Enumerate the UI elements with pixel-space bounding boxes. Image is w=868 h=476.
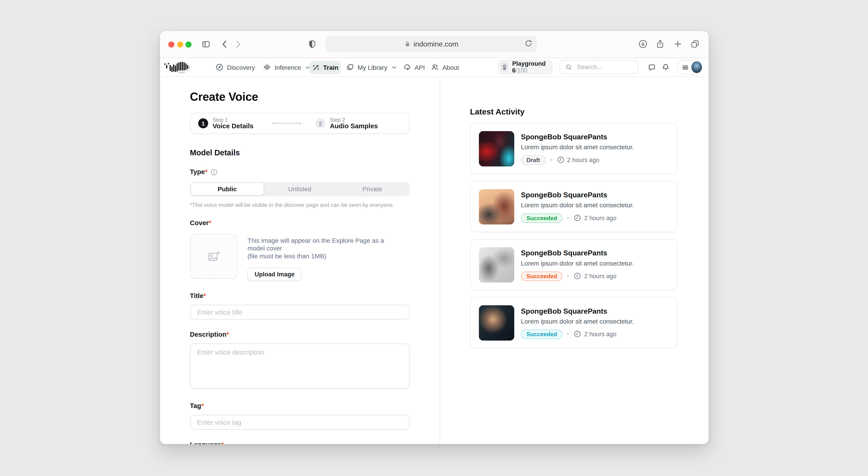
tag-input[interactable]	[190, 415, 410, 430]
hamburger-menu-icon	[682, 64, 688, 70]
card-title: SpongeBob SquarePants	[521, 307, 669, 315]
sidebar-toggle-icon[interactable]	[201, 39, 211, 49]
type-option-public[interactable]: Public	[191, 183, 264, 195]
nav-label: API	[414, 64, 425, 70]
card-description: Lorem ipsum dolor sit amet consectetur.	[521, 318, 669, 324]
zoom-window-button[interactable]	[185, 41, 191, 47]
nav-label: Discovery	[227, 64, 255, 70]
nav-label: Train	[323, 64, 338, 70]
voice-cover-thumbnail	[479, 131, 514, 166]
card-title: SpongeBob SquarePants	[521, 191, 669, 199]
new-tab-icon[interactable]	[673, 39, 683, 49]
title-label: Title*	[190, 292, 410, 300]
step-connector	[272, 123, 301, 124]
step-voice-details[interactable]: 1 Step 1 Voice Details	[198, 117, 253, 130]
waveform-icon	[263, 63, 271, 71]
activity-card[interactable]: SpongeBob SquarePants Lorem ipsum dolor …	[470, 181, 677, 232]
description-label: Description*	[190, 331, 410, 338]
type-segmented-control: Public Unlisted Private	[190, 182, 410, 197]
activity-heading: Latest Activity	[470, 107, 677, 116]
voice-cover-thumbnail	[479, 189, 514, 224]
info-icon[interactable]	[210, 168, 217, 176]
desktop-background: indomine.com	[0, 0, 868, 476]
image-plus-icon	[207, 250, 220, 262]
privacy-shield-icon[interactable]	[307, 39, 317, 49]
voice-cover-thumbnail	[479, 247, 514, 282]
search-box[interactable]	[560, 60, 638, 74]
card-description: Lorem ipsum dolor sit amet consectetur.	[521, 202, 669, 208]
compass-icon	[215, 63, 224, 71]
playground-usage: Playground 6/100	[512, 60, 552, 74]
language-label: Language*	[190, 441, 410, 444]
tag-label: Tag*	[190, 402, 410, 410]
description-textarea[interactable]	[190, 343, 410, 389]
library-folder-icon	[346, 63, 354, 71]
people-icon	[431, 63, 439, 71]
step-kicker: Step 1	[213, 117, 253, 123]
nav-item-train[interactable]: Train	[309, 61, 341, 74]
card-description: Lorem ipsum dolor sit amet consectetur.	[521, 144, 669, 150]
title-input[interactable]	[190, 305, 410, 319]
clock-icon	[557, 156, 564, 164]
page-title: Create Voice	[190, 90, 410, 103]
voice-cover-thumbnail	[479, 305, 514, 341]
chevron-down-icon	[391, 64, 397, 70]
nav-item-about[interactable]: About	[431, 58, 459, 76]
activity-card[interactable]: SpongeBob SquarePants Lorem ipsum dolor …	[470, 239, 677, 291]
share-icon[interactable]	[655, 39, 665, 49]
section-title: Model Details	[190, 148, 410, 157]
activity-card[interactable]: SpongeBob SquarePants Lorem ipsum dolor …	[470, 123, 677, 174]
step-label: Voice Details	[213, 123, 253, 130]
status-badge: Succeeded	[521, 213, 563, 223]
card-description: Lorem ipsum dolor sit amet consectetur.	[521, 260, 669, 266]
downloads-icon[interactable]	[638, 39, 648, 49]
activity-card[interactable]: SpongeBob SquarePants Lorem ipsum dolor …	[470, 297, 677, 348]
browser-toolbar: indomine.com	[160, 31, 709, 58]
account-menu[interactable]	[677, 60, 703, 74]
cover-description: This image will appear on the Explore Pa…	[248, 237, 403, 260]
nav-label: Inference	[275, 64, 301, 70]
app-logo[interactable]	[164, 58, 191, 76]
back-icon[interactable]	[220, 40, 229, 48]
search-input[interactable]	[576, 63, 633, 71]
step-label: Audio Samples	[330, 123, 378, 130]
feedback-chat-icon[interactable]	[648, 58, 656, 76]
refresh-icon[interactable]	[524, 39, 532, 48]
cover-label: Cover*	[190, 219, 410, 227]
address-bar[interactable]: indomine.com	[326, 36, 537, 52]
card-title: SpongeBob SquarePants	[521, 249, 669, 257]
tab-overview-icon[interactable]	[690, 39, 700, 49]
step-audio-samples[interactable]: 2 Step 2 Audio Samples	[315, 117, 378, 130]
type-label: Type*	[190, 168, 410, 176]
minimize-window-button[interactable]	[177, 41, 183, 47]
nav-item-my-library[interactable]: My Library	[346, 58, 397, 76]
cover-dropzone[interactable]	[190, 234, 238, 279]
upload-image-button[interactable]: Upload Image	[248, 268, 302, 281]
nav-item-inference[interactable]: Inference	[263, 58, 310, 76]
type-option-unlisted[interactable]: Unlisted	[264, 183, 336, 195]
nav-item-api[interactable]: API	[403, 58, 425, 76]
dot-separator	[550, 159, 552, 161]
app-navbar: Discovery Inference Train	[160, 58, 709, 77]
magic-wand-icon	[312, 63, 320, 71]
nav-label: My Library	[358, 64, 387, 70]
notifications-bell-icon[interactable]	[662, 58, 670, 76]
waveform-logo-icon	[164, 60, 191, 74]
step-indicator: 1	[198, 118, 208, 128]
url-text: indomine.com	[413, 40, 458, 48]
clock-icon	[574, 272, 581, 280]
playground-credits-badge[interactable]: Playground 6/100	[498, 60, 553, 74]
dot-separator	[567, 275, 569, 277]
timestamp: 2 hours ago	[574, 330, 616, 338]
card-title: SpongeBob SquarePants	[521, 133, 669, 141]
close-window-button[interactable]	[168, 41, 174, 47]
status-badge: Draft	[521, 155, 546, 165]
nav-label: About	[442, 64, 459, 70]
type-option-private[interactable]: Private	[336, 183, 409, 195]
forward-icon[interactable]	[234, 40, 242, 48]
search-icon	[565, 63, 572, 70]
credits-icon	[500, 62, 508, 72]
nav-item-discovery[interactable]: Discovery	[215, 58, 255, 76]
clock-icon	[574, 214, 581, 222]
type-note: *This voice model will be visible in the…	[190, 202, 410, 208]
